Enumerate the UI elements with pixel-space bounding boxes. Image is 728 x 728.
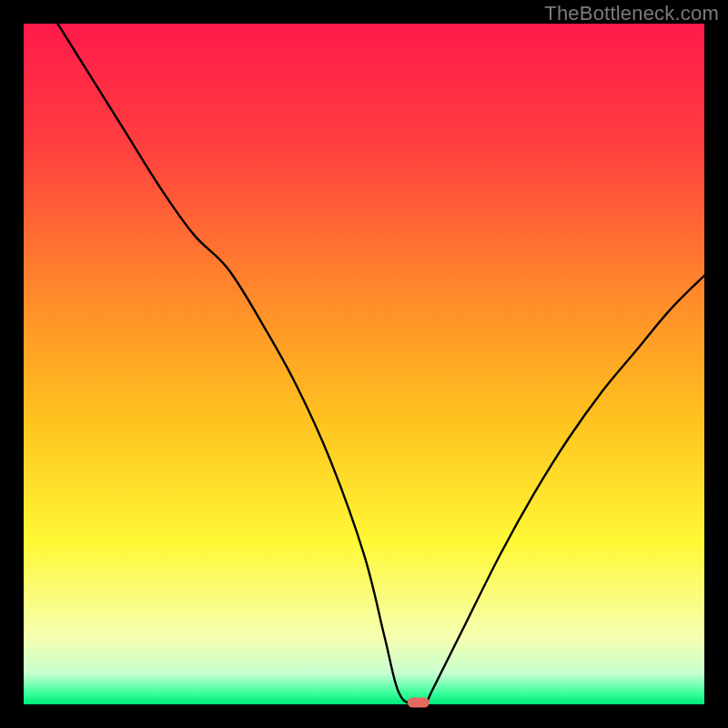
plot-background [24, 24, 704, 704]
bottleneck-chart [0, 0, 728, 728]
watermark-text: TheBottleneck.com [544, 2, 719, 25]
chart-container: { "watermark": "TheBottleneck.com", "cha… [0, 0, 728, 728]
minimum-marker [408, 698, 430, 708]
